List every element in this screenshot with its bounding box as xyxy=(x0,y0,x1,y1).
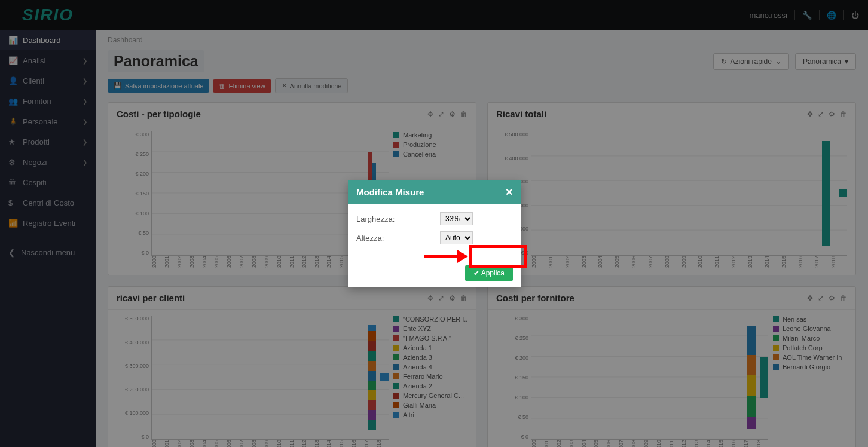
width-label: Larghezza: xyxy=(356,215,440,223)
modal-head: Modifica Misure ✕ xyxy=(348,180,521,204)
check-icon: ✔ xyxy=(473,269,479,277)
modal-overlay[interactable]: Modifica Misure ✕ Larghezza: 33% Altezza… xyxy=(0,0,868,447)
height-select[interactable]: Auto xyxy=(440,231,473,244)
modal-title: Modifica Misure xyxy=(356,187,424,197)
apply-button[interactable]: ✔ Applica xyxy=(465,265,513,281)
width-select[interactable]: 33% xyxy=(440,212,473,225)
close-icon[interactable]: ✕ xyxy=(505,186,513,198)
height-label: Altezza: xyxy=(356,234,440,243)
modal: Modifica Misure ✕ Larghezza: 33% Altezza… xyxy=(348,180,521,287)
apply-label: Applica xyxy=(481,269,505,277)
